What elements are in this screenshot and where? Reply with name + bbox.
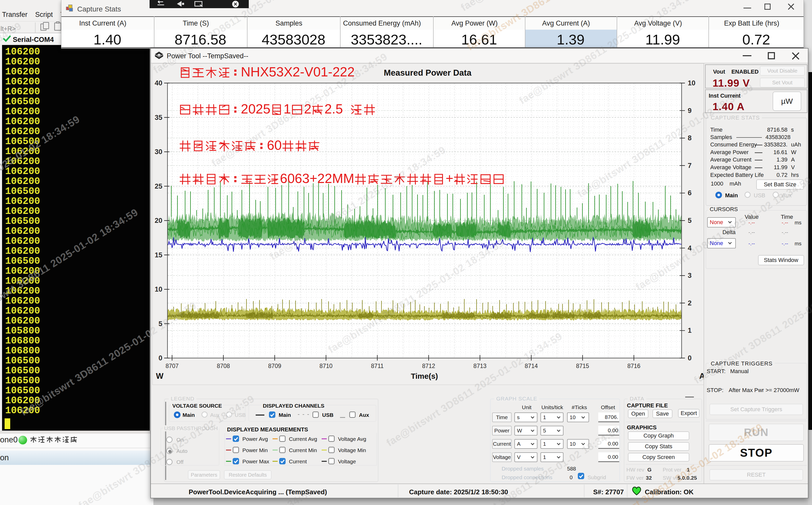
svg-text:4: 4 <box>688 244 691 252</box>
svg-text:Time(s): Time(s) <box>411 372 438 380</box>
svg-text:8707: 8707 <box>165 363 178 369</box>
svg-text:8710: 8710 <box>320 363 333 369</box>
svg-text:60: 60 <box>267 138 282 153</box>
svg-text:6: 6 <box>688 189 691 197</box>
svg-text:9: 9 <box>688 107 691 115</box>
svg-text:7: 7 <box>688 162 691 169</box>
svg-text:2025: 2025 <box>241 102 271 116</box>
svg-text:8714: 8714 <box>525 363 538 369</box>
svg-text:35: 35 <box>155 114 162 121</box>
svg-text:8: 8 <box>688 134 691 142</box>
svg-text:Measured Power Data: Measured Power Data <box>384 68 472 77</box>
svg-text:0: 0 <box>159 354 162 362</box>
svg-text:10: 10 <box>688 79 695 87</box>
svg-text:1: 1 <box>284 102 291 116</box>
svg-text:25: 25 <box>155 182 162 190</box>
svg-text:8711: 8711 <box>371 363 383 369</box>
svg-text:20: 20 <box>155 217 162 224</box>
svg-text:2: 2 <box>304 102 311 116</box>
svg-text:8716: 8716 <box>627 363 640 369</box>
svg-text:8712: 8712 <box>422 363 435 369</box>
svg-text:6063+22MM: 6063+22MM <box>280 171 354 186</box>
svg-text:8715: 8715 <box>576 363 589 369</box>
svg-text:W: W <box>156 372 164 380</box>
svg-text:NHX53X2-V01-222: NHX53X2-V01-222 <box>241 64 355 79</box>
svg-text:2.5: 2.5 <box>324 102 343 116</box>
svg-text:8709: 8709 <box>268 363 281 369</box>
svg-text:+: + <box>446 171 453 186</box>
svg-text:15: 15 <box>155 251 162 259</box>
svg-text:5: 5 <box>688 217 691 224</box>
svg-text:3: 3 <box>688 272 691 279</box>
svg-text:30: 30 <box>155 148 162 156</box>
svg-text:0: 0 <box>688 354 691 362</box>
svg-text:40: 40 <box>155 79 162 87</box>
svg-text:8713: 8713 <box>474 363 487 369</box>
svg-text:2: 2 <box>688 299 691 307</box>
svg-text:5: 5 <box>159 320 162 328</box>
svg-text:10: 10 <box>155 286 162 293</box>
svg-text:1: 1 <box>688 327 691 334</box>
svg-text:8708: 8708 <box>217 363 230 369</box>
